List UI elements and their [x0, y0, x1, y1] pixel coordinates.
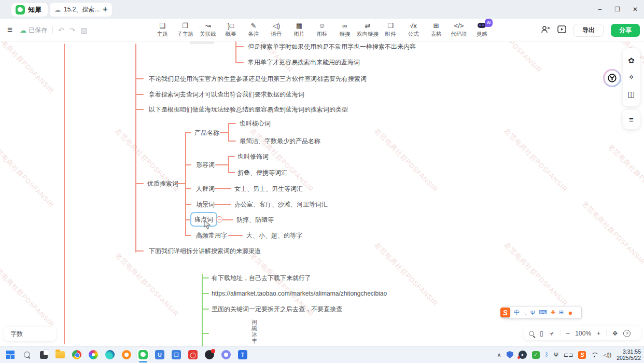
edge-icon[interactable]	[104, 348, 116, 361]
restore-button[interactable]: ❐	[609, 0, 626, 19]
chinese-mode-icon[interactable]: 中	[514, 309, 520, 316]
mindmap-node[interactable]: 人群词	[196, 184, 215, 193]
toolbar-item-image[interactable]: ▦ 图片	[288, 20, 311, 40]
undo-icon[interactable]: ↶	[58, 26, 64, 34]
beautify-icon[interactable]: ✧	[628, 73, 635, 82]
word-count-panel[interactable]: 字数	[4, 327, 56, 341]
ai-assistant-button[interactable]	[603, 69, 621, 87]
mindmap-node[interactable]: 高频常用字	[196, 231, 227, 240]
mindmap-node[interactable]: 也叫核心词	[240, 119, 271, 128]
toolbar-item-theme[interactable]: ❏ 主题	[151, 20, 174, 40]
mindmap-node[interactable]: 场景词	[196, 200, 215, 209]
defender-shield-icon[interactable]	[507, 351, 513, 358]
toolbar-item-codeblock[interactable]: </> 代码块	[447, 20, 470, 40]
toolbar-item-link[interactable]: ∞ 链接	[333, 20, 356, 40]
toolbar-item-formula[interactable]: √x 公式	[402, 20, 425, 40]
mindmap-node[interactable]: 下面我们详细拆分讲解搜索词的来源渠道	[149, 246, 261, 256]
mindmap-node[interactable]: 办公室、客厅、沙滩、河里等词汇	[234, 200, 328, 209]
blue-t-app-icon[interactable]: T	[236, 348, 249, 361]
sound-settings-icon[interactable]: ⊏⊐	[564, 352, 573, 358]
mouse-mode-icon[interactable]: ▯	[540, 330, 543, 337]
toolbar-item-summary[interactable]: }□ 概要	[219, 20, 242, 40]
skin-icon[interactable]: ✚	[551, 309, 555, 316]
soft-keyboard-icon[interactable]: ⌨	[539, 309, 547, 316]
new-tab-button[interactable]: +	[103, 4, 108, 15]
minimize-button[interactable]: –	[591, 0, 609, 19]
zoom-in-button[interactable]: +	[597, 330, 600, 337]
help-icon[interactable]: ?	[623, 330, 631, 337]
toolbar-item-relation-line[interactable]: ↝ 关联线	[197, 20, 219, 40]
punctuation-icon[interactable]: ·,	[523, 310, 527, 316]
fullscreen-icon[interactable]: ✥	[612, 330, 618, 337]
mindmap-node[interactable]: 女士、男士、男生等词汇	[234, 184, 303, 193]
mindmap-node[interactable]: 优质搜索词	[147, 179, 178, 188]
dark-app-icon[interactable]	[203, 348, 216, 361]
voice-input-icon[interactable]: Ψ	[530, 310, 535, 316]
task-view-icon[interactable]	[37, 348, 50, 361]
mindmap-node[interactable]: 防摔、防晒等	[236, 215, 274, 225]
menu-icon[interactable]: ≡	[5, 25, 15, 35]
sogou-tray-icon[interactable]: S	[578, 351, 586, 359]
mindmap-node[interactable]: 但是搜索单字时如果使用的是不常用字也一样搜索不出来内容	[248, 42, 416, 51]
export-button[interactable]: 导出	[573, 24, 604, 37]
redo-icon[interactable]: ↷	[69, 26, 76, 34]
zoom-out-button[interactable]: –	[566, 330, 570, 337]
volume-icon[interactable]: ◁))	[603, 352, 611, 358]
mindmap-node[interactable]: 产品名称	[194, 128, 219, 137]
mindmap-node-url[interactable]: https://alimarket.taobao.com/markets/ali…	[212, 289, 387, 298]
app-home-chip[interactable]: 知犀	[11, 3, 48, 17]
structure-layout-icon[interactable]: ◫	[627, 90, 635, 99]
navigate-icon[interactable]: ➢	[547, 329, 556, 338]
close-button[interactable]: ✕	[626, 0, 644, 19]
wifi-icon[interactable]	[591, 353, 598, 357]
red-app-icon[interactable]: ◯	[187, 348, 199, 361]
format-painter-icon[interactable]: ▨	[80, 26, 87, 34]
mindmap-node[interactable]: 不论我们是使用淘宝官方的生意参谋还是使用第三方软件查词都需要先有搜索词	[149, 74, 367, 83]
collaboration-icon[interactable]	[541, 25, 550, 35]
mindmap-canvas[interactable]: 老范电商社群PDSFANSIR 老范电商社群PDSFANSIR 老范电商社群PD…	[0, 41, 644, 346]
purple-app-icon[interactable]	[220, 348, 232, 361]
file-explorer-icon[interactable]	[54, 348, 66, 361]
mindmap-node[interactable]: 里面的关键词一定要拆开之后去查，不要直接查	[212, 304, 342, 314]
mindmap-node[interactable]: 形容词	[196, 160, 215, 170]
video-tutorial-icon[interactable]	[557, 25, 566, 35]
blue-shield-app-icon[interactable]: U	[153, 348, 166, 361]
sogou-logo-icon[interactable]: S	[500, 308, 510, 317]
toolbox-icon[interactable]: ⊞	[559, 309, 564, 316]
toolbar-item-table[interactable]: ⊞ 表格	[425, 20, 447, 40]
toolbar-item-note[interactable]: ✎ 备注	[242, 20, 265, 40]
tray-clock[interactable]: 3:31:55 2025/5/22	[617, 348, 641, 361]
mindmap-node[interactable]: 有下载地址，自己去下载下来就行了	[212, 273, 311, 283]
tray-chevron-icon[interactable]: ∧	[497, 352, 501, 358]
microphone-icon[interactable]: Ψ	[554, 352, 558, 358]
theme-style-icon[interactable]: ✿	[628, 56, 635, 65]
bluetooth-icon[interactable]: ᛒ	[545, 351, 549, 358]
toolbar-item-bidirectional-link[interactable]: ⇄ 双向链接	[356, 20, 379, 40]
mindmap-node[interactable]: 拿着搜索词去查词才可以查出符合我们要求数据的蓝海词	[149, 90, 304, 99]
telegram-tray-icon[interactable]: ➤	[519, 351, 527, 359]
taskbar-search-icon[interactable]	[21, 348, 33, 361]
toolbar-item-attachment[interactable]: ❒ 附件	[379, 20, 402, 40]
mindmap-node[interactable]: 以下是根据咱们做蓝海玩法经验总结的最容易查到蓝海词的搜索词的类型	[149, 105, 348, 114]
toolbar-item-icon[interactable]: ☺ 图标	[311, 20, 333, 40]
zhixi-taskbar-icon[interactable]	[137, 348, 149, 361]
collapse-toggle-icon[interactable]: –	[216, 216, 222, 222]
search-icon[interactable]	[529, 331, 534, 336]
blue-windows-app-icon[interactable]: ❐	[170, 348, 183, 361]
share-button[interactable]: 分享	[611, 24, 640, 37]
mindmap-node[interactable]: 大、小、超、的等字	[246, 231, 302, 240]
toolbar-item-voice[interactable]: ◁) 语音	[265, 20, 288, 40]
orange-app-icon[interactable]	[120, 348, 133, 361]
chrome-icon[interactable]	[71, 348, 83, 361]
mindmap-node[interactable]: 最简洁、字数最少的产品名称	[240, 136, 320, 146]
browser-360-icon[interactable]	[87, 348, 100, 361]
toolbar-item-subtopic[interactable]: ❐ 子主题	[174, 20, 197, 40]
mindmap-node[interactable]: 也叫修饰词	[237, 152, 269, 161]
mindmap-node[interactable]: 常用单字才更容易搜索出来能用的蓝海词	[248, 58, 360, 67]
mindmap-node[interactable]: 折叠、便携等词汇	[237, 168, 287, 177]
green-check-app-icon[interactable]: ✓	[532, 351, 540, 359]
start-button[interactable]	[4, 348, 17, 361]
toolbar-item-inspiration[interactable]: AI 灵感	[470, 20, 493, 40]
emoji-picker-icon[interactable]: ☻	[567, 310, 573, 316]
outline-icon[interactable]: ≡	[629, 115, 634, 124]
